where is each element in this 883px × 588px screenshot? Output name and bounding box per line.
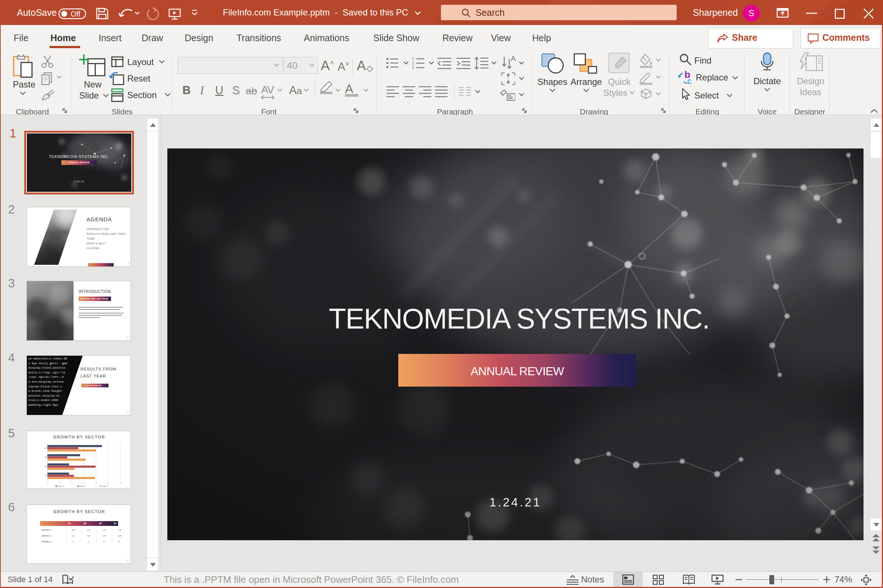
svg-text:1.8: 1.8 bbox=[102, 529, 106, 531]
svg-text:2.8: 2.8 bbox=[87, 529, 90, 531]
svg-text:5: 5 bbox=[119, 541, 120, 543]
svg-text:SERIES 3: SERIES 3 bbox=[42, 541, 52, 543]
svg-text:SERIES 2: SERIES 2 bbox=[42, 535, 52, 537]
svg-text:2: 2 bbox=[71, 482, 72, 484]
svg-text:Q1: Q1 bbox=[45, 474, 47, 477]
svg-text:0: 0 bbox=[47, 482, 48, 484]
svg-text:Sector 1: Sector 1 bbox=[102, 486, 108, 487]
svg-text:4.5: 4.5 bbox=[72, 529, 75, 531]
svg-text:3: 3 bbox=[103, 541, 105, 543]
svg-text:3: 3 bbox=[412, 65, 414, 70]
svg-text:Q3: Q3 bbox=[45, 456, 47, 458]
svg-text:2: 2 bbox=[412, 61, 414, 65]
svg-text:SERIES 1: SERIES 1 bbox=[42, 529, 52, 531]
svg-text:Sector 2: Sector 2 bbox=[80, 486, 86, 487]
svg-text:S: S bbox=[748, 8, 754, 18]
svg-text:3: 3 bbox=[83, 482, 84, 484]
svg-text:1.8: 1.8 bbox=[102, 535, 106, 537]
svg-text:2.8: 2.8 bbox=[118, 535, 121, 537]
svg-text:1: 1 bbox=[59, 482, 60, 484]
svg-text:6: 6 bbox=[120, 482, 121, 484]
svg-text:A: A bbox=[511, 56, 516, 63]
svg-text:2: 2 bbox=[72, 541, 74, 543]
svg-text:4: 4 bbox=[96, 482, 97, 484]
svg-text:5: 5 bbox=[108, 482, 109, 484]
svg-text:Q2: Q2 bbox=[45, 465, 47, 468]
svg-text:c: c bbox=[687, 76, 691, 85]
svg-text:Sector 3: Sector 3 bbox=[58, 486, 64, 487]
svg-text:2: 2 bbox=[88, 541, 89, 543]
svg-text:4.4: 4.4 bbox=[87, 535, 90, 537]
svg-text:1: 1 bbox=[412, 57, 414, 61]
svg-text:Q4: Q4 bbox=[45, 447, 47, 449]
svg-text:2.4: 2.4 bbox=[72, 535, 75, 537]
svg-text:4.8: 4.8 bbox=[118, 529, 121, 531]
svg-text:Off: Off bbox=[71, 10, 81, 18]
